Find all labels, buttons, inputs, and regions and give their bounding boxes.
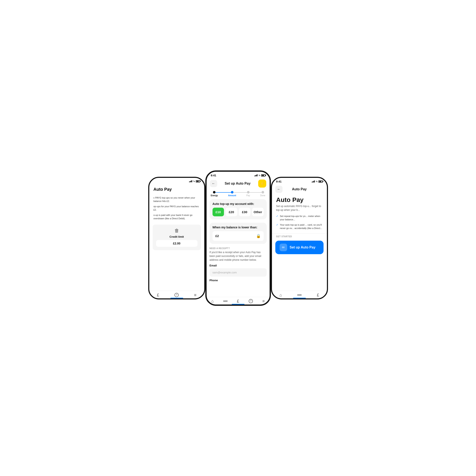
phone-left: ∿ Auto Pay c PAYG top-ups so you never w…: [148, 177, 205, 299]
nav-pay-icon-right[interactable]: £: [317, 293, 319, 298]
email-input[interactable]: sam@example.com: [210, 268, 267, 277]
svg-point-2: [226, 301, 227, 302]
trash-icon[interactable]: 🗑: [174, 228, 179, 234]
signal-icon-right: [312, 180, 315, 183]
phone-right: 9:41 ∿ ← Auto Pay: [271, 177, 328, 299]
infinity-icon: ∞: [280, 244, 287, 251]
receipt-label: NEED A RECEIPT?: [210, 247, 267, 250]
balance-card: When my balance is lower than: £2 🔒: [210, 223, 267, 244]
svg-point-0: [223, 301, 224, 302]
wifi-icon-center: ∿: [258, 174, 260, 177]
status-bar-center: 9:41 ∿: [207, 172, 270, 178]
step-dot-energy: [213, 191, 216, 193]
balance-title: When my balance is lower than:: [213, 226, 264, 229]
scene: ∿ Auto Pay c PAYG top-ups so you never w…: [122, 170, 354, 306]
status-bar-right: 9:41 ∿: [272, 178, 327, 184]
nav-menu-icon[interactable]: ≡: [194, 293, 197, 298]
left-bullet-1: c PAYG top-ups so you never when your ba…: [153, 196, 200, 203]
email-label: Email: [210, 264, 267, 267]
center-header: ← Set up Auto Pay ⚡: [207, 178, 270, 189]
wifi-icon-right: ∿: [316, 180, 318, 183]
nav-help-icon[interactable]: ?: [174, 293, 179, 297]
step-label-amount: Amount: [228, 194, 236, 197]
step-done: Done: [260, 191, 265, 197]
status-bar-left: ∿: [149, 178, 204, 184]
bottom-nav-left: £ ? ≡: [149, 291, 204, 298]
right-main-title: Auto Pay: [272, 195, 327, 204]
check-icon-2: ✓: [276, 223, 278, 226]
nav-chart-icon-center[interactable]: [223, 300, 228, 303]
right-bullet-1: ✓ Set repeat top-ups for yo... meter whe…: [276, 214, 323, 221]
left-bullet-3: o-up is paid with your bank ll never go …: [153, 213, 200, 220]
nav-indicator-right: [293, 298, 306, 298]
battery-icon-right: [319, 180, 323, 183]
nav-chart-icon-right[interactable]: [297, 293, 302, 296]
get-started-label: GET STARTED: [272, 234, 327, 239]
step-label-pay: Pay: [246, 194, 250, 197]
left-bullet-2: op-ups for your PAYG your balance reache…: [153, 205, 200, 212]
center-content: ← Set up Auto Pay ⚡ Energy Amount: [207, 178, 270, 305]
bottom-nav-center: ⌂ £ ? ≡: [207, 297, 270, 305]
wifi-icon: ∿: [193, 180, 195, 183]
step-label-energy: Energy: [211, 194, 218, 197]
steps-row: Energy Amount Pay Done: [207, 189, 270, 198]
check-icon-1: ✓: [276, 215, 278, 218]
lock-icon: 🔒: [256, 234, 261, 238]
nav-pay-icon[interactable]: £: [157, 293, 159, 298]
right-bullet-2: ✓ Your auto top-up is paid ... card, so …: [276, 223, 323, 230]
step-label-done: Done: [260, 194, 265, 197]
nav-help-icon-center[interactable]: ?: [249, 299, 253, 303]
nav-indicator-center: [232, 304, 244, 305]
battery-icon: [196, 180, 200, 183]
signal-icon: [189, 180, 192, 182]
svg-point-1: [225, 301, 226, 302]
left-bullets: c PAYG top-ups so you never when your ba…: [149, 193, 204, 223]
svg-point-7: [300, 295, 301, 296]
amount-btn-other[interactable]: Other: [252, 208, 264, 216]
battery-icon-center: [261, 174, 265, 177]
center-header-title: Set up Auto Pay: [224, 182, 250, 186]
back-button-right[interactable]: ←: [275, 186, 283, 193]
setup-autopay-button[interactable]: ∞ Set up Auto Pay: [275, 241, 323, 254]
step-pay: Pay: [246, 191, 250, 197]
receipt-text: If you'd like a receipt when your Auto P…: [210, 250, 267, 262]
amount-row: £10 £20 £30 Other: [213, 208, 264, 216]
right-content: ← Auto Pay Auto Pay Set up automatic PAY…: [272, 184, 327, 298]
balance-value: £2: [216, 234, 219, 238]
left-title: Auto Pay: [149, 184, 204, 193]
lightning-button[interactable]: ⚡: [258, 180, 266, 187]
step-dot-amount: [231, 191, 234, 193]
svg-point-6: [299, 295, 300, 296]
svg-point-5: [297, 295, 298, 296]
credit-limit-label: Credit limit: [170, 235, 184, 238]
credit-limit-value: £2.00: [156, 240, 198, 247]
step-energy: Energy: [211, 191, 218, 197]
nav-menu-icon-center[interactable]: ≡: [262, 299, 265, 304]
time-right: 9:41: [276, 180, 282, 183]
right-header-title: Auto Pay: [292, 187, 307, 191]
balance-row: £2 🔒: [213, 231, 264, 241]
signal-icon-center: [255, 174, 257, 176]
amount-btn-20[interactable]: £20: [226, 208, 237, 216]
amount-btn-10[interactable]: £10: [213, 208, 224, 216]
step-amount: Amount: [228, 191, 236, 197]
back-button[interactable]: ←: [210, 180, 217, 187]
nav-pay-icon-center[interactable]: £: [237, 299, 239, 304]
right-bullets: ✓ Set repeat top-ups for yo... meter whe…: [272, 212, 327, 233]
phone-label: Phone: [210, 279, 267, 282]
time-center: 9:41: [211, 174, 216, 177]
right-bullet-text-1: Set repeat top-ups for yo... meter when …: [280, 214, 323, 221]
right-bullet-text-2: Your auto top-up is paid ... card, so yo…: [280, 223, 323, 230]
phone-center: 9:41 ∿ ← Set up Auto Pay: [205, 170, 271, 306]
topup-card: Auto top-up my account with: £10 £20 £30…: [210, 199, 267, 219]
setup-btn-text: Set up Auto Pay: [290, 245, 316, 249]
left-content: Auto Pay c PAYG top-ups so you never whe…: [149, 184, 204, 298]
topup-title: Auto top-up my account with:: [213, 202, 264, 205]
nav-indicator: [170, 298, 183, 298]
nav-home-icon-right[interactable]: ⌂: [280, 293, 282, 298]
amount-btn-30[interactable]: £30: [239, 208, 251, 216]
receipt-section: NEED A RECEIPT? If you'd like a receipt …: [207, 245, 270, 285]
nav-home-icon-center[interactable]: ⌂: [211, 299, 214, 304]
step-dot-pay: [247, 191, 250, 193]
step-dot-done: [262, 191, 264, 193]
